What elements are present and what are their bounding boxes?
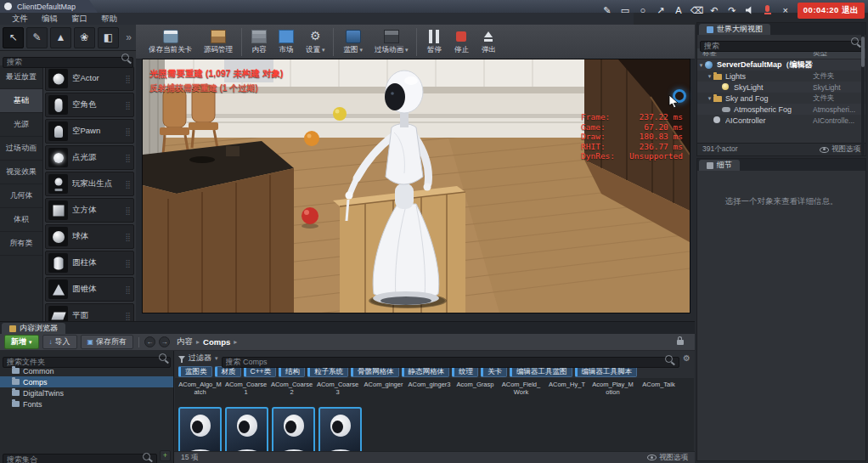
undo-icon[interactable]: ↶ xyxy=(708,4,720,16)
microphone-muted-icon[interactable] xyxy=(762,4,774,16)
asset-item[interactable]: ACom_Coarse2 xyxy=(270,381,313,403)
placeable-item[interactable]: 玩家出生点 ⣿ xyxy=(45,172,134,196)
asset-thumbnail-selected[interactable] xyxy=(272,407,315,451)
drag-grip-icon[interactable]: ⣿ xyxy=(125,101,131,110)
cinematics-button[interactable]: 过场动画 xyxy=(369,28,414,56)
outliner-row[interactable]: Atmospheric Fog Atmospheri... xyxy=(697,104,865,115)
asset-item[interactable]: ACom_Field_Work xyxy=(499,381,543,403)
save-all-button[interactable]: ▣保存所有 xyxy=(81,335,134,349)
placement-category[interactable]: 几何体 xyxy=(0,184,42,208)
placement-category[interactable]: 所有类 xyxy=(0,232,42,256)
add-collection-button[interactable]: + xyxy=(160,450,171,461)
filter-chip[interactable]: 编辑器工具蓝图 xyxy=(510,366,572,377)
text-tool-icon[interactable]: A xyxy=(673,4,685,16)
placeable-item[interactable]: 圆锥体 ⣿ xyxy=(45,277,134,302)
asset-thumbnail-selected[interactable] xyxy=(318,407,362,451)
outliner-row[interactable]: ▾ ServerDefaultMap（编辑器世界） xyxy=(697,59,865,71)
filter-chip[interactable]: 蓝图类 xyxy=(178,366,212,377)
view-options-button[interactable]: 视图选项 xyxy=(820,144,860,155)
drag-grip-icon[interactable]: ⣿ xyxy=(125,285,131,294)
asset-item[interactable]: ACom_Coarse1 xyxy=(224,381,268,403)
menu-item[interactable]: 编辑 xyxy=(35,14,65,25)
speaker-icon[interactable] xyxy=(744,4,756,16)
drag-grip-icon[interactable]: ⣿ xyxy=(125,154,131,162)
source-control-button[interactable]: 源码管理 xyxy=(198,28,239,56)
placement-category[interactable]: 视觉效果 xyxy=(0,161,42,184)
tab-world-outliner[interactable]: 世界大纲视图 xyxy=(699,24,770,35)
filter-chip[interactable]: 材质 xyxy=(215,366,241,377)
placeable-item[interactable]: 空Pawn ⣿ xyxy=(45,119,134,144)
drag-grip-icon[interactable]: ⣿ xyxy=(125,75,131,83)
placement-category[interactable]: 光源 xyxy=(0,113,42,137)
asset-item[interactable]: ACom_Hy_T xyxy=(545,381,589,403)
asset-item[interactable]: ACom_ginger xyxy=(362,381,405,403)
view-options-button[interactable]: 视图选项 xyxy=(647,453,688,463)
scrollbar[interactable] xyxy=(861,23,865,155)
gear-icon[interactable]: ⚙ xyxy=(683,353,690,364)
placeable-item[interactable]: 空角色 ⣿ xyxy=(45,93,134,117)
placement-category[interactable]: 最近放置 xyxy=(0,65,42,89)
marketplace-button[interactable]: 市场 xyxy=(273,28,300,56)
save-current-level-button[interactable]: 保存当前关卡 xyxy=(143,28,198,56)
forward-button[interactable]: → xyxy=(159,336,170,347)
asset-item[interactable]: Acom_Play_Motion xyxy=(591,381,634,403)
rectangle-icon[interactable]: ▭ xyxy=(619,4,631,16)
recording-timer-badge[interactable]: 00:04:20 退出 xyxy=(798,3,865,19)
menu-item[interactable]: 帮助 xyxy=(94,14,124,25)
foliage-mode-icon[interactable]: ❀ xyxy=(74,27,95,48)
filter-funnel-icon[interactable] xyxy=(178,356,185,360)
viewport[interactable]: 光照需要重建 (1,097 未构建 对象)反射捕获需要重建 (1 个过期) Fr… xyxy=(143,59,690,313)
asset-thumbnail-selected[interactable] xyxy=(225,407,268,451)
blueprints-button[interactable]: 蓝图 xyxy=(333,28,368,56)
folder-tree-item[interactable]: Comps xyxy=(0,376,173,387)
drag-grip-icon[interactable]: ⣿ xyxy=(125,206,131,215)
asset-item[interactable]: ACom_Talk xyxy=(637,381,680,403)
placement-category[interactable]: 体积 xyxy=(0,208,42,232)
outliner-row[interactable]: ▾ Sky and Fog 文件夹 xyxy=(697,93,865,104)
filter-chip[interactable]: 纹理 xyxy=(452,366,478,377)
landscape-mode-icon[interactable]: ▲ xyxy=(50,27,71,48)
menu-item[interactable]: 文件 xyxy=(5,14,35,25)
filter-chip[interactable]: 骨骼网格体 xyxy=(351,366,399,377)
expander-icon[interactable]: ▾ xyxy=(706,73,713,80)
drag-grip-icon[interactable]: ⣿ xyxy=(125,127,131,136)
expander-icon[interactable]: ▾ xyxy=(706,95,713,102)
window-title-tab[interactable]: ClientDefaultMap xyxy=(0,0,98,13)
import-button[interactable]: ↓导入 xyxy=(42,335,77,349)
filter-chip[interactable]: 粒子系统 xyxy=(307,366,348,377)
pen-icon[interactable]: ✎ xyxy=(601,4,613,16)
settings-button[interactable]: 设置 xyxy=(300,28,330,56)
ellipse-icon[interactable]: ○ xyxy=(637,4,649,16)
folder-tree-item[interactable]: Fonts xyxy=(0,398,173,409)
drag-grip-icon[interactable]: ⣿ xyxy=(125,180,131,189)
content-button[interactable]: 内容 xyxy=(241,28,273,56)
filter-chip[interactable]: 编辑器工具脚本 xyxy=(575,366,638,377)
folder-tree-item[interactable]: DigitalTwins xyxy=(0,387,173,398)
tab-details[interactable]: 细节 xyxy=(699,160,740,171)
drag-grip-icon[interactable]: ⣿ xyxy=(125,233,131,241)
outliner-row[interactable]: AIController AIControlle... xyxy=(697,115,865,126)
collection-search-input[interactable] xyxy=(3,454,157,463)
outliner-row[interactable]: SkyLight SkyLight xyxy=(697,82,865,93)
modes-expand-chevron[interactable]: » xyxy=(126,31,132,43)
lock-icon[interactable] xyxy=(677,340,684,345)
menu-item[interactable]: 窗口 xyxy=(65,14,94,25)
geometry-editing-mode-icon[interactable]: ◧ xyxy=(98,27,119,48)
close-icon[interactable]: × xyxy=(780,4,792,16)
filter-chip[interactable]: 关卡 xyxy=(481,366,507,377)
asset-grid[interactable]: ACom_Algo_MatchACom_Coarse1ACom_Coarse2A… xyxy=(175,378,694,451)
placement-category[interactable]: 基础 xyxy=(0,89,42,113)
select-mode-icon[interactable]: ↖ xyxy=(3,27,24,48)
breadcrumb-item[interactable]: Comps xyxy=(203,337,240,347)
add-new-button[interactable]: 新增 xyxy=(4,335,39,349)
placement-category[interactable]: 过场动画 xyxy=(0,137,42,161)
back-button[interactable]: ← xyxy=(144,336,155,347)
filter-chip[interactable]: 结构 xyxy=(279,366,305,377)
filter-chip[interactable]: C++类 xyxy=(244,366,277,377)
asset-search-input[interactable] xyxy=(222,357,680,368)
drag-grip-icon[interactable]: ⣿ xyxy=(125,312,131,320)
eject-button[interactable]: 弹出 xyxy=(475,28,502,56)
placeable-item[interactable]: 空Actor ⣿ xyxy=(45,66,134,91)
place-search-input[interactable] xyxy=(3,57,133,68)
placeable-item[interactable]: 圆柱体 ⣿ xyxy=(45,251,134,275)
